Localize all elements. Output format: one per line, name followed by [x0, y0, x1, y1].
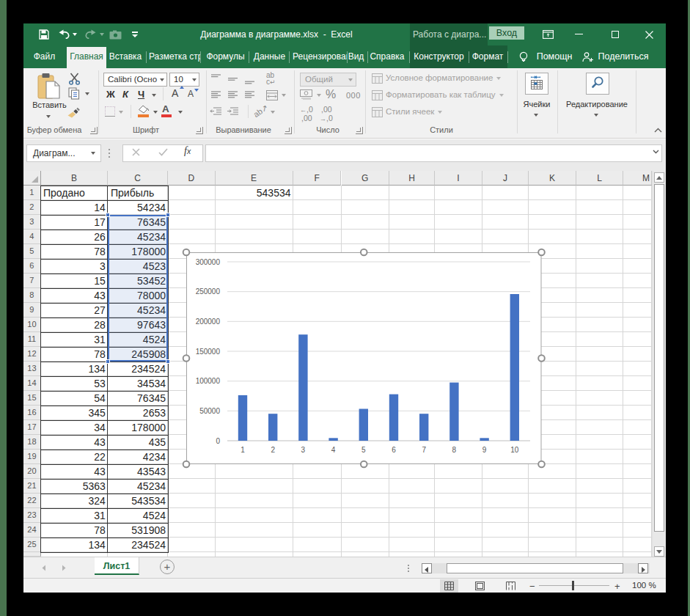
svg-text:7: 7	[422, 446, 426, 454]
svg-text:9: 9	[482, 446, 487, 454]
svg-text:100000: 100000	[196, 377, 221, 385]
svg-text:300000: 300000	[196, 258, 221, 266]
svg-text:6: 6	[392, 446, 396, 454]
svg-text:50000: 50000	[199, 407, 220, 415]
svg-text:4: 4	[331, 446, 336, 454]
svg-text:150000: 150000	[196, 348, 221, 356]
svg-text:5: 5	[361, 446, 366, 454]
svg-text:10: 10	[510, 446, 519, 454]
svg-text:8: 8	[452, 446, 457, 454]
svg-text:200000: 200000	[196, 318, 221, 326]
svg-text:3: 3	[301, 446, 306, 454]
svg-text:0: 0	[216, 437, 220, 445]
svg-text:250000: 250000	[196, 287, 221, 296]
svg-text:1: 1	[241, 446, 245, 454]
svg-text:2: 2	[271, 446, 275, 454]
